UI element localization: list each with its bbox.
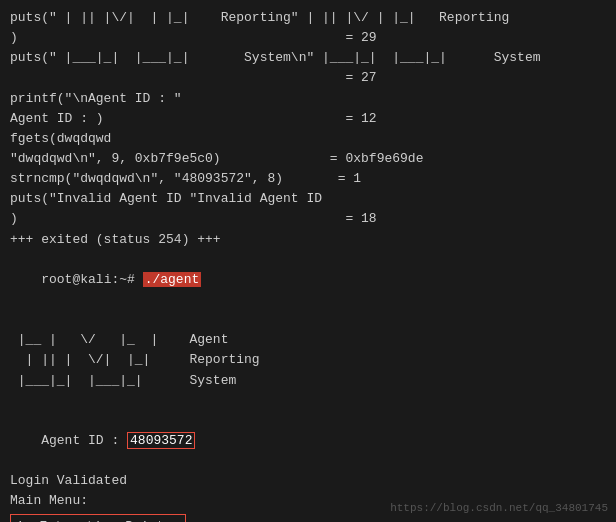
line-9: strncmp("dwqdqwd\n", "48093572", 8) = 1 — [10, 169, 606, 189]
line-blank-2 — [10, 391, 606, 411]
line-12: +++ exited (status 254) +++ — [10, 230, 606, 250]
line-8: "dwqdqwd\n", 9, 0xb7f9e5c0) = 0xbf9e69de — [10, 149, 606, 169]
line-13-prompt: root@kali:~# ./agent — [10, 250, 606, 310]
terminal: puts(" | || |\/| | |_| Reporting" | || |… — [0, 0, 616, 522]
shell-prompt: root@kali:~# — [41, 272, 142, 287]
command-agent: ./agent — [143, 272, 202, 287]
line-2: ) = 29 — [10, 28, 606, 48]
line-blank-1 — [10, 310, 606, 330]
line-7: fgets(dwqdqwd — [10, 129, 606, 149]
menu-box: 1. Extraction Points 2. Request Extracti… — [10, 514, 186, 522]
agent-id-label: Agent ID : — [41, 433, 127, 448]
ascii-art-line2: | || | \/| |_| Reporting — [10, 350, 606, 370]
agent-id-value: 48093572 — [127, 432, 195, 449]
line-5: printf("\nAgent ID : " — [10, 89, 606, 109]
line-6: Agent ID : ) = 12 — [10, 109, 606, 129]
login-validated: Login Validated — [10, 471, 606, 491]
agent-id-line: Agent ID : 48093572 — [10, 411, 606, 471]
menu-item-1: 1. Extraction Points — [16, 517, 180, 522]
line-1: puts(" | || |\/| | |_| Reporting" | || |… — [10, 8, 606, 28]
ascii-art-line3: |___|_| |___|_| System — [10, 371, 606, 391]
line-11: ) = 18 — [10, 209, 606, 229]
line-4: = 27 — [10, 68, 606, 88]
ascii-art-line1: |__ | \/ |_ | Agent — [10, 330, 606, 350]
line-10: puts("Invalid Agent ID "Invalid Agent ID — [10, 189, 606, 209]
line-3: puts(" |___|_| |___|_| System\n" |___|_|… — [10, 48, 606, 68]
watermark: https://blog.csdn.net/qq_34801745 — [390, 502, 608, 514]
